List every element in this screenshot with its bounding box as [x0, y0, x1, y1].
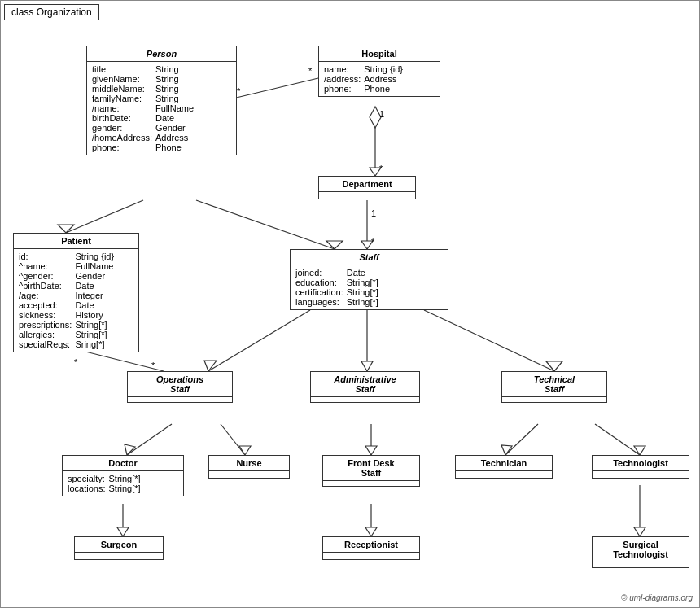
svg-marker-34: [634, 446, 645, 455]
class-staff-header: Staff: [291, 250, 448, 265]
svg-marker-15: [326, 241, 343, 249]
svg-text:*: *: [379, 164, 383, 173]
svg-text:1: 1: [379, 109, 384, 119]
class-patient-body: id:String {id} ^name:FullName ^gender:Ge…: [14, 249, 138, 352]
svg-marker-13: [58, 225, 74, 233]
class-staff-body: joined:Date education:String[*] certific…: [291, 265, 448, 309]
svg-line-25: [127, 424, 172, 455]
svg-line-14: [196, 200, 335, 249]
svg-marker-5: [370, 168, 381, 176]
svg-line-19: [208, 310, 310, 371]
class-doctor-header: Doctor: [63, 456, 183, 471]
class-technician-header: Technician: [456, 456, 552, 471]
svg-marker-28: [239, 446, 251, 455]
class-hospital-body: name:String {id} /address:Address phone:…: [319, 62, 440, 96]
class-person: Person title:String givenName:String mid…: [86, 46, 237, 155]
svg-text:*: *: [371, 237, 375, 247]
svg-text:*: *: [151, 361, 155, 370]
svg-text:*: *: [74, 357, 78, 367]
class-technologist-header: Technologist: [593, 456, 689, 471]
class-hospital: Hospital name:String {id} /address:Addre…: [318, 46, 440, 97]
class-person-header: Person: [87, 46, 236, 62]
class-technical-staff: TechnicalStaff: [501, 371, 607, 403]
svg-text:*: *: [237, 86, 241, 96]
class-operations-staff: OperationsStaff: [127, 371, 233, 403]
svg-marker-26: [125, 444, 135, 455]
svg-line-27: [221, 424, 245, 455]
svg-marker-30: [365, 446, 377, 455]
class-technologist: Technologist: [592, 455, 689, 479]
class-operations-staff-header: OperationsStaff: [128, 372, 232, 397]
svg-line-0: [233, 78, 318, 98]
svg-marker-22: [361, 361, 373, 371]
class-technician: Technician: [455, 455, 553, 479]
class-front-desk-staff: Front DeskStaff: [322, 455, 420, 487]
class-surgeon: Surgeon: [74, 536, 164, 560]
svg-line-33: [595, 424, 640, 455]
class-patient-header: Patient: [14, 234, 138, 249]
svg-marker-36: [117, 527, 129, 536]
copyright: © uml-diagrams.org: [621, 593, 693, 602]
class-nurse: Nurse: [208, 455, 290, 479]
svg-line-31: [505, 424, 538, 455]
class-department-body: [319, 192, 415, 199]
class-department: Department: [318, 176, 416, 199]
class-department-header: Department: [319, 177, 415, 192]
diagram-container: class Organization * * 1 * 1 *: [0, 0, 700, 608]
class-surgical-technologist: SurgicalTechnologist: [592, 536, 689, 568]
class-patient: Patient id:String {id} ^name:FullName ^g…: [13, 233, 139, 352]
class-person-body: title:String givenName:String middleName…: [87, 62, 236, 155]
svg-marker-32: [501, 445, 512, 455]
svg-text:*: *: [308, 66, 313, 76]
class-receptionist: Receptionist: [322, 536, 420, 560]
svg-marker-40: [634, 527, 645, 536]
class-staff: Staff joined:Date education:String[*] ce…: [290, 249, 448, 310]
class-administrative-staff: AdministrativeStaff: [310, 371, 420, 403]
class-doctor: Doctor specialty:String[*] locations:Str…: [62, 455, 184, 496]
class-administrative-staff-header: AdministrativeStaff: [311, 372, 419, 397]
svg-marker-38: [365, 527, 377, 536]
svg-marker-24: [546, 361, 562, 371]
svg-line-12: [66, 200, 143, 233]
svg-marker-20: [204, 361, 217, 371]
class-surgeon-header: Surgeon: [75, 537, 163, 553]
svg-line-16: [82, 351, 164, 371]
class-nurse-header: Nurse: [209, 456, 289, 471]
diagram-title: class Organization: [4, 4, 99, 20]
class-technical-staff-header: TechnicalStaff: [502, 372, 606, 397]
svg-line-23: [424, 310, 554, 371]
class-surgical-technologist-header: SurgicalTechnologist: [593, 537, 689, 562]
svg-marker-9: [361, 241, 373, 249]
class-receptionist-header: Receptionist: [323, 537, 419, 553]
class-doctor-body: specialty:String[*] locations:String[*]: [63, 471, 183, 496]
class-hospital-header: Hospital: [319, 46, 440, 62]
svg-text:1: 1: [371, 208, 376, 218]
svg-marker-4: [370, 107, 381, 128]
class-front-desk-staff-header: Front DeskStaff: [323, 456, 419, 481]
